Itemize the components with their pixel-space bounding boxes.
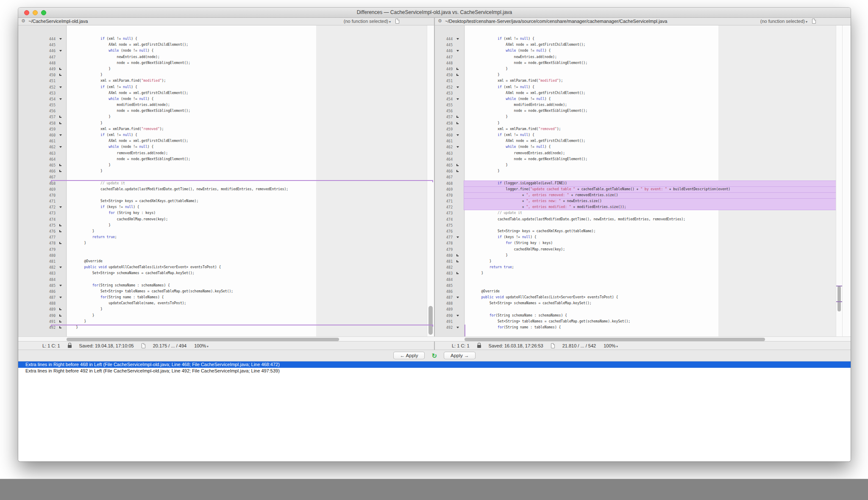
- fold-open-icon[interactable]: [56, 144, 67, 150]
- code-line[interactable]: 481 @Override: [18, 258, 434, 264]
- code-line[interactable]: 486 Set<String> tableNames = cachedTable…: [18, 289, 434, 294]
- fold-open-icon[interactable]: [56, 84, 67, 90]
- code-line[interactable]: 473 // update it: [435, 210, 851, 216]
- fold-open-icon[interactable]: [56, 48, 67, 54]
- fold-close-icon[interactable]: [453, 168, 464, 174]
- code-line[interactable]: 448 node = node.getNextSiblingElement();: [18, 60, 434, 66]
- code-line[interactable]: 489 }: [18, 306, 434, 312]
- code-line[interactable]: 475 }: [18, 222, 434, 228]
- code-line[interactable]: 445 AXml node = xml.getFirstChildElement…: [435, 42, 851, 48]
- fold-open-icon[interactable]: [453, 234, 464, 240]
- fold-close-icon[interactable]: [56, 313, 67, 319]
- lock-icon[interactable]: [477, 345, 481, 348]
- fold-close-icon[interactable]: [56, 222, 67, 228]
- fold-close-icon[interactable]: [56, 228, 67, 234]
- code-line[interactable]: 477 return true;: [18, 234, 434, 240]
- code-line[interactable]: 445 AXml node = xml.getFirstChildElement…: [18, 42, 434, 48]
- right-vertical-scrollbar-thumb[interactable]: [837, 286, 841, 311]
- code-line[interactable]: 457 }: [435, 114, 851, 120]
- code-line[interactable]: 476 }: [18, 228, 434, 234]
- fold-close-icon[interactable]: [56, 319, 67, 325]
- code-line[interactable]: 478 }: [18, 240, 434, 246]
- right-code-pane[interactable]: 444 if (xml != null) {445 AXml node = xm…: [435, 25, 851, 336]
- left-zoom-control[interactable]: 100%▾: [194, 343, 209, 348]
- fold-close-icon[interactable]: [453, 270, 464, 276]
- code-line[interactable]: 468 if (logger.isLoggable(Level.FINE)): [435, 181, 851, 186]
- code-line[interactable]: 460 if (xml != null) {: [18, 132, 434, 138]
- fold-open-icon[interactable]: [453, 48, 464, 54]
- fold-close-icon[interactable]: [56, 66, 67, 72]
- code-line[interactable]: 459 xml = xmlParam.find("removed");: [435, 126, 851, 132]
- code-line[interactable]: 449 }: [435, 66, 851, 72]
- fold-close-icon[interactable]: [453, 253, 464, 258]
- horizontal-scrollbar-strip[interactable]: [18, 336, 851, 342]
- fold-close-icon[interactable]: [56, 306, 67, 312]
- fold-open-icon[interactable]: [56, 283, 67, 289]
- code-line[interactable]: 490 }: [18, 313, 434, 319]
- code-line[interactable]: 491 Set<String> tableNames = cachedTable…: [435, 319, 851, 325]
- fold-open-icon[interactable]: [453, 132, 464, 138]
- fold-open-icon[interactable]: [453, 313, 464, 319]
- fold-open-icon[interactable]: [453, 144, 464, 150]
- code-line[interactable]: 464 node = node.getNextSiblingElement();: [18, 156, 434, 162]
- code-line[interactable]: 484: [18, 277, 434, 283]
- code-line[interactable]: 485: [435, 283, 851, 289]
- code-line[interactable]: 483 Set<String> schemaNames = cachedTabl…: [18, 270, 434, 276]
- code-line[interactable]: 487 for(String name : tableNames) {: [18, 294, 434, 300]
- fold-open-icon[interactable]: [453, 294, 464, 300]
- code-line[interactable]: 468 // update it: [18, 181, 434, 186]
- code-line[interactable]: 474 cachedTable.update(lastModifiedDate.…: [435, 217, 851, 222]
- code-line[interactable]: 444 if (xml != null) {: [18, 36, 434, 42]
- right-vertical-scrollbar[interactable]: [836, 25, 842, 336]
- code-line[interactable]: 486 @Override: [435, 289, 851, 294]
- code-line[interactable]: 453 AXml node = xml.getFirstChildElement…: [18, 90, 434, 96]
- fold-close-icon[interactable]: [56, 114, 67, 120]
- fold-open-icon[interactable]: [453, 36, 464, 42]
- code-line[interactable]: 462 while (node != null) {: [435, 144, 851, 150]
- diff-message-row[interactable]: Extra lines in Right before 468 in Left …: [18, 361, 851, 368]
- code-line[interactable]: 454 while (node != null) {: [435, 96, 851, 102]
- lock-icon[interactable]: [68, 345, 72, 348]
- code-line[interactable]: 458 }: [18, 120, 434, 126]
- left-code-pane[interactable]: 444 if (xml != null) {445 AXml node = xm…: [18, 25, 434, 336]
- code-line[interactable]: 444 if (xml != null) {: [435, 36, 851, 42]
- code-line[interactable]: 458 }: [435, 120, 851, 126]
- fold-close-icon[interactable]: [56, 325, 67, 331]
- fold-close-icon[interactable]: [453, 258, 464, 264]
- document-icon[interactable]: [395, 19, 399, 24]
- code-line[interactable]: 454 while (node != null) {: [18, 96, 434, 102]
- code-line[interactable]: 460 if (xml != null) {: [435, 132, 851, 138]
- right-horizontal-scrollbar-thumb[interactable]: [465, 338, 765, 341]
- code-line[interactable]: 491 }: [18, 319, 434, 325]
- document-icon[interactable]: [812, 19, 816, 24]
- left-vertical-scrollbar-thumb[interactable]: [428, 306, 433, 335]
- code-line[interactable]: 474 cachedXmlMap.remove(key);: [18, 217, 434, 222]
- fold-close-icon[interactable]: [56, 72, 67, 78]
- code-line[interactable]: 492 for(String name : tableNames) {: [435, 325, 851, 331]
- fold-open-icon[interactable]: [56, 294, 67, 300]
- code-line[interactable]: 490 for(String schemaName : schemaNames)…: [435, 313, 851, 319]
- fold-close-icon[interactable]: [453, 120, 464, 126]
- code-line[interactable]: 480 }: [435, 253, 851, 258]
- code-line[interactable]: 476 Set<String> keys = cachedXmlKeys.get…: [435, 228, 851, 234]
- code-line[interactable]: 472 if (keys != null) {: [18, 204, 434, 210]
- code-line[interactable]: 484: [435, 277, 851, 283]
- fold-close-icon[interactable]: [453, 162, 464, 168]
- gear-icon[interactable]: ⚙: [21, 18, 25, 24]
- code-line[interactable]: 453 AXml node = xml.getFirstChildElement…: [435, 90, 851, 96]
- code-line[interactable]: 459 xml = xmlParam.find("removed");: [18, 126, 434, 132]
- refresh-icon[interactable]: ↻: [431, 353, 437, 359]
- code-line[interactable]: 450 }: [18, 72, 434, 78]
- code-line[interactable]: 456 node = node.getNextSiblingElement();: [435, 108, 851, 114]
- apply-right-button[interactable]: Apply →: [444, 352, 476, 359]
- code-line[interactable]: 455 modifiedEntries.add(node);: [18, 102, 434, 108]
- fold-open-icon[interactable]: [56, 264, 67, 270]
- code-line[interactable]: 461 AXml node = xml.getFirstChildElement…: [435, 138, 851, 144]
- code-line[interactable]: 463 removedEntries.add(node);: [18, 150, 434, 156]
- code-line[interactable]: 472 + ", entries modified: " + modifiedE…: [435, 204, 851, 210]
- code-line[interactable]: 464 node = node.getNextSiblingElement();: [435, 156, 851, 162]
- code-line[interactable]: 469 logger.fine("update cached table " +…: [435, 186, 851, 192]
- code-line[interactable]: 449 }: [18, 66, 434, 72]
- code-line[interactable]: 479 cachedXmlMap.remove(key);: [435, 247, 851, 253]
- code-line[interactable]: 475: [435, 222, 851, 228]
